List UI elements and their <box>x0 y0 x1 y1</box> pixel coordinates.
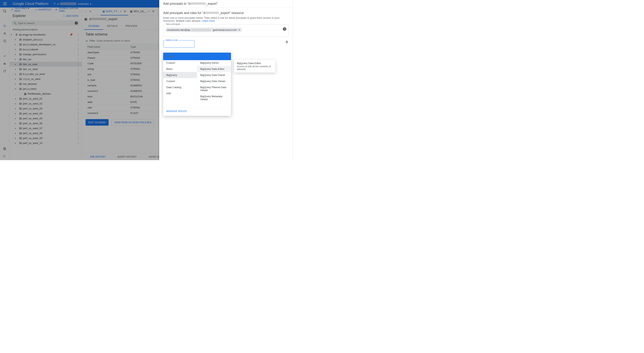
role-cat-datacatalog[interactable]: Data Catalog <box>163 84 197 90</box>
role-cat-bigquery[interactable]: BigQuery <box>163 72 197 78</box>
role-filter[interactable]: ⚎ Filter <box>163 53 231 60</box>
learn-more-link[interactable]: Learn more <box>202 19 215 22</box>
role-bigquery-data-editor[interactable]: BigQuery Data Editor <box>197 66 231 72</box>
role-cat-basic[interactable]: Basic <box>163 66 197 72</box>
role-tooltip: BigQuery Data Editor Access to edit all … <box>234 60 276 73</box>
role-bigquery-data-owner[interactable]: BigQuery Data Owner <box>197 72 231 78</box>
role-cat-iam[interactable]: IAM <box>163 90 197 96</box>
principals-input[interactable]: New principals cloudworks-dev@ap.gservic… <box>163 24 288 37</box>
manage-roles-button[interactable]: MANAGE ROLES <box>163 108 231 115</box>
tooltip-desc: Access to edit all the contents of datas… <box>237 65 273 71</box>
role-bigquery-data-viewer[interactable]: BigQuery Data Viewer <box>197 78 231 84</box>
role-bigquery-metadata-viewer[interactable]: BigQuery Metadata Viewer <box>197 93 231 102</box>
role-dropdown: ⚎ Filter Quick access Custom Basic All r… <box>163 53 231 116</box>
modal-scrim[interactable] <box>0 0 159 160</box>
role-bigquery-admin[interactable]: BigQuery Admin <box>197 60 231 66</box>
role-filter-input[interactable] <box>177 55 210 58</box>
filter-icon: ⚎ <box>166 55 168 58</box>
role-bigquery-filtered-viewer[interactable]: BigQuery Filtered Data Viewer <box>197 84 231 93</box>
add-principals-panel: Add principals to "d_export" Add princip… <box>159 0 292 160</box>
role-categories: Quick access Custom Basic All roles BigQ… <box>163 60 197 108</box>
principal-chip[interactable]: cloudworks-dev@ap.gserviceaccount.com ✕ <box>165 28 242 32</box>
principals-label: New principals <box>165 23 181 25</box>
delete-role-icon[interactable]: 🗑 <box>285 40 288 44</box>
tooltip-title: BigQuery Data Editor <box>237 62 273 65</box>
remove-chip-icon[interactable]: ✕ <box>238 29 240 31</box>
role-select-label: Select a role <box>165 39 178 41</box>
panel-heading: Add principals and roles for "d_export" … <box>163 11 288 15</box>
role-cat-custom[interactable]: Custom <box>163 60 197 66</box>
role-select[interactable]: Select a role <box>163 40 195 48</box>
panel-title: Add principals to "d_export" <box>159 0 292 8</box>
role-cat-custom2[interactable]: Custom <box>163 78 197 84</box>
panel-description: Enter one or more principals below. Then… <box>163 16 288 22</box>
role-list: BigQuery Admin BigQuery Data Editor BigQ… <box>197 60 231 108</box>
help-icon[interactable]: ? <box>283 27 286 31</box>
